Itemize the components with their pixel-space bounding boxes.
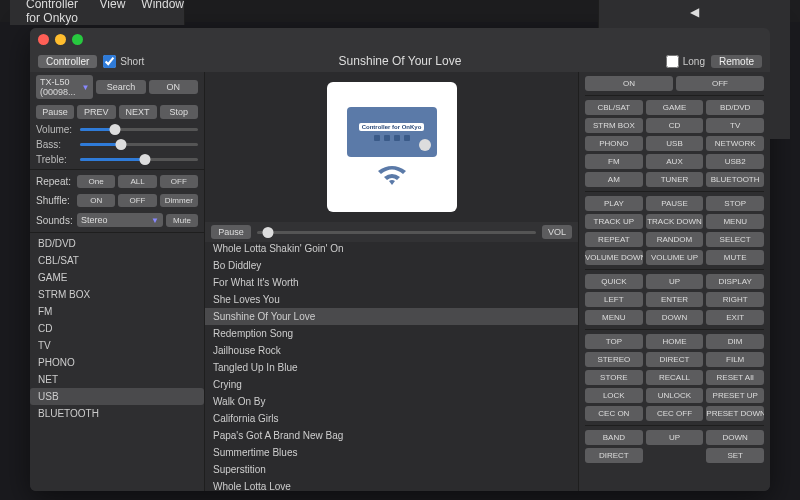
volume-slider[interactable] (80, 128, 198, 131)
remote-button[interactable]: BLUETOOTH (706, 172, 764, 187)
track-item[interactable]: Crying (205, 376, 578, 393)
next-button[interactable]: NEXT (119, 105, 157, 119)
source-item[interactable]: NET (30, 371, 204, 388)
stop-button[interactable]: Stop (160, 105, 198, 119)
remote-button[interactable]: PHONO (585, 136, 643, 151)
source-item[interactable]: PHONO (30, 354, 204, 371)
menu-view[interactable]: View (100, 0, 126, 25)
remote-button[interactable]: UP (646, 430, 704, 445)
vol-button[interactable]: VOL (542, 225, 572, 239)
app-name[interactable]: Controller for Onkyo (26, 0, 84, 25)
remote-button[interactable]: STRM BOX (585, 118, 643, 133)
track-item[interactable]: California Girls (205, 410, 578, 427)
search-button[interactable]: Search (96, 80, 145, 94)
remote-button[interactable]: LEFT (585, 292, 643, 307)
remote-button[interactable]: FM (585, 154, 643, 169)
remote-button[interactable]: STEREO (585, 352, 643, 367)
remote-button[interactable]: BD/DVD (706, 100, 764, 115)
track-item[interactable]: Redemption Song (205, 325, 578, 342)
remote-button[interactable]: CBL/SAT (585, 100, 643, 115)
remote-button[interactable]: STORE (585, 370, 643, 385)
remote-button[interactable]: NETWORK (706, 136, 764, 151)
remote-button[interactable]: TRACK DOWN (646, 214, 704, 229)
remote-button[interactable]: RESET All (706, 370, 764, 385)
minimize-button[interactable] (55, 34, 66, 45)
remote-button[interactable]: GAME (646, 100, 704, 115)
remote-button[interactable]: USB2 (706, 154, 764, 169)
remote-button[interactable]: CEC ON (585, 406, 643, 421)
source-item[interactable]: STRM BOX (30, 286, 204, 303)
remote-button[interactable]: OFF (676, 76, 764, 91)
remote-button[interactable]: STOP (706, 196, 764, 211)
remote-button[interactable]: PRESET UP (706, 388, 764, 403)
remote-button[interactable]: SET (706, 448, 764, 463)
remote-button[interactable]: RANDOM (646, 232, 704, 247)
remote-button[interactable]: PLAY (585, 196, 643, 211)
remote-button[interactable]: DISPLAY (706, 274, 764, 289)
prev-button[interactable]: PREV (77, 105, 115, 119)
short-checkbox[interactable]: Short (103, 55, 144, 68)
remote-button[interactable]: DIRECT (585, 448, 643, 463)
remote-button[interactable]: RIGHT (706, 292, 764, 307)
track-item[interactable]: Sunshine Of Your Love (205, 308, 578, 325)
track-item[interactable]: Tangled Up In Blue (205, 359, 578, 376)
remote-button[interactable]: LOCK (585, 388, 643, 403)
repeat-off-button[interactable]: OFF (160, 175, 198, 188)
source-item[interactable]: USB (30, 388, 204, 405)
remote-button[interactable]: QUICK (585, 274, 643, 289)
source-item[interactable]: GAME (30, 269, 204, 286)
track-item[interactable]: Whole Lotta Love (205, 478, 578, 491)
remote-button[interactable]: CEC OFF (646, 406, 704, 421)
remote-button[interactable]: REPEAT (585, 232, 643, 247)
track-item[interactable]: She Loves You (205, 291, 578, 308)
remote-button[interactable]: VOLUME UP (646, 250, 704, 265)
remote-button[interactable]: FILM (706, 352, 764, 367)
remote-button[interactable]: DIM (706, 334, 764, 349)
track-item[interactable]: Walk On By (205, 393, 578, 410)
source-item[interactable]: BLUETOOTH (30, 405, 204, 422)
shuffle-off-button[interactable]: OFF (118, 194, 156, 207)
close-button[interactable] (38, 34, 49, 45)
remote-button[interactable]: MUTE (706, 250, 764, 265)
source-item[interactable]: CBL/SAT (30, 252, 204, 269)
track-item[interactable]: Jailhouse Rock (205, 342, 578, 359)
source-item[interactable]: BD/DVD (30, 235, 204, 252)
remote-button[interactable]: BAND (585, 430, 643, 445)
remote-button[interactable]: RECALL (646, 370, 704, 385)
remote-button[interactable]: DOWN (646, 310, 704, 325)
shuffle-on-button[interactable]: ON (77, 194, 115, 207)
track-item[interactable]: Superstition (205, 461, 578, 478)
position-slider[interactable] (257, 231, 536, 234)
pause-button[interactable]: Pause (36, 105, 74, 119)
device-select[interactable]: TX-L50 (00098...▼ (36, 75, 93, 99)
remote-button[interactable]: TUNER (646, 172, 704, 187)
zoom-button[interactable] (72, 34, 83, 45)
remote-button[interactable]: ON (585, 76, 673, 91)
remote-button[interactable]: ENTER (646, 292, 704, 307)
repeat-all-button[interactable]: ALL (118, 175, 156, 188)
track-item[interactable]: Bo Diddley (205, 257, 578, 274)
power-on-button[interactable]: ON (149, 80, 198, 94)
remote-button[interactable]: AM (585, 172, 643, 187)
remote-button[interactable]: PAUSE (646, 196, 704, 211)
repeat-one-button[interactable]: One (77, 175, 115, 188)
sounds-select[interactable]: Stereo▼ (77, 213, 163, 227)
remote-button[interactable]: TV (706, 118, 764, 133)
remote-tab[interactable]: Remote (711, 55, 762, 68)
source-item[interactable]: CD (30, 320, 204, 337)
treble-slider[interactable] (80, 158, 198, 161)
remote-button[interactable]: CD (646, 118, 704, 133)
remote-button[interactable]: PRESET DOWN (706, 406, 764, 421)
remote-button[interactable]: UP (646, 274, 704, 289)
remote-button[interactable]: VOLUME DOWN (585, 250, 643, 265)
remote-button[interactable]: DIRECT (646, 352, 704, 367)
remote-button[interactable]: EXIT (706, 310, 764, 325)
dimmer-button[interactable]: Dimmer (160, 194, 198, 207)
remote-button[interactable]: SELECT (706, 232, 764, 247)
remote-button[interactable]: AUX (646, 154, 704, 169)
track-item[interactable]: For What It's Worth (205, 274, 578, 291)
remote-button[interactable]: TRACK UP (585, 214, 643, 229)
remote-button[interactable]: DOWN (706, 430, 764, 445)
track-item[interactable]: Summertime Blues (205, 444, 578, 461)
remote-button[interactable]: MENU (706, 214, 764, 229)
